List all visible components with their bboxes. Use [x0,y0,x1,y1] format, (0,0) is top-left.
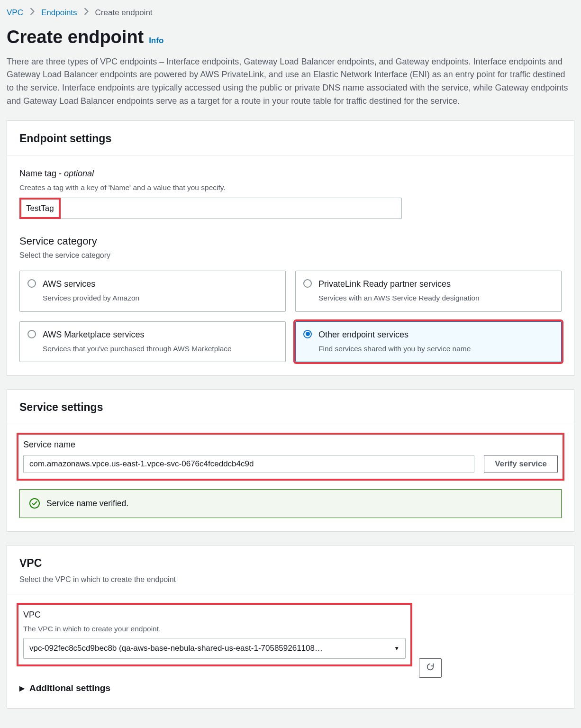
service-name-input[interactable] [23,455,474,473]
vpc-field-label: VPC [23,609,406,621]
info-link[interactable]: Info [149,36,163,45]
radio-other-endpoint-services[interactable]: Other endpoint services Find services sh… [295,321,562,362]
radio-icon [303,330,312,338]
vpc-field-hint: The VPC in which to create your endpoint… [23,623,406,634]
panel-sub-vpc: Select the VPC in which to create the en… [19,574,562,585]
refresh-icon [426,664,435,673]
vpc-select-value: vpc-092fec8c5cd9bec8b (qa-aws-base-nebul… [29,642,323,655]
breadcrumb-endpoints[interactable]: Endpoints [41,7,77,19]
page-description: There are three types of VPC endpoints –… [7,55,574,109]
name-tag-hint: Creates a tag with a key of 'Name' and a… [19,182,562,193]
radio-icon [27,279,36,288]
verify-service-button[interactable]: Verify service [484,455,558,473]
service-category-label: Service category [19,233,562,249]
radio-desc: Services with an AWS Service Ready desig… [318,292,480,303]
panel-vpc: VPC Select the VPC in which to create th… [7,545,574,709]
breadcrumb-vpc[interactable]: VPC [7,7,23,19]
breadcrumb-current: Create endpoint [95,7,153,19]
radio-privatelink-partner[interactable]: PrivateLink Ready partner services Servi… [295,271,562,311]
caret-right-icon: ▶ [19,683,25,693]
radio-desc: Services that you've purchased through A… [43,343,232,354]
radio-desc: Services provided by Amazon [43,292,139,303]
radio-desc: Find services shared with you by service… [318,343,471,354]
radio-aws-services[interactable]: AWS services Services provided by Amazon [19,271,286,311]
chevron-right-icon [84,7,89,19]
refresh-button[interactable] [419,658,442,678]
panel-title-vpc: VPC [19,555,562,572]
radio-title: Other endpoint services [318,330,409,339]
breadcrumb: VPC Endpoints Create endpoint [7,7,574,19]
name-tag-label: Name tag - optional [19,169,94,178]
service-category-hint: Select the service category [19,250,562,261]
additional-settings-label: Additional settings [29,682,110,695]
service-name-label: Service name [23,438,474,451]
radio-title: AWS services [43,279,95,289]
chevron-right-icon [30,7,35,19]
alert-service-verified: Service name verified. [19,489,562,518]
radio-icon [303,279,312,288]
panel-service-settings: Service settings Service name Verify ser… [7,389,574,532]
alert-text: Service name verified. [46,497,128,510]
radio-title: PrivateLink Ready partner services [318,279,451,289]
radio-title: AWS Marketplace services [43,330,144,339]
panel-title-service-settings: Service settings [19,399,562,416]
check-circle-icon [29,498,40,509]
vpc-select[interactable]: vpc-092fec8c5cd9bec8b (qa-aws-base-nebul… [23,638,406,659]
name-tag-input[interactable] [61,198,402,219]
radio-marketplace[interactable]: AWS Marketplace services Services that y… [19,321,286,362]
panel-endpoint-settings: Endpoint settings Name tag - optional Cr… [7,120,574,376]
name-tag-value-display: TestTag [19,198,61,219]
caret-down-icon: ▼ [394,644,399,653]
additional-settings-toggle[interactable]: ▶ Additional settings [19,678,562,695]
radio-icon [27,330,36,338]
page-title: Create endpoint [7,27,144,47]
panel-title-endpoint-settings: Endpoint settings [19,130,562,147]
